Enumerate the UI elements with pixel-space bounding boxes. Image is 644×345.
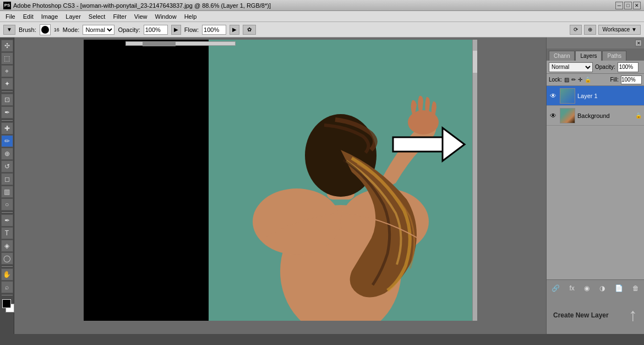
foreground-color[interactable] [2, 299, 11, 308]
canvas[interactable] [84, 40, 477, 321]
healing-tool[interactable]: ✚ [1, 122, 13, 134]
fill-input[interactable] [621, 76, 642, 84]
layer-mask-btn[interactable]: ◉ [584, 284, 590, 292]
opacity-arrow-btn[interactable]: ▶ [171, 25, 181, 35]
layers-panel: Normal Multiply Screen Opacity: Lock: ▨ … [547, 61, 644, 296]
tool-preset-btn[interactable]: ▼ [3, 25, 15, 35]
menu-window[interactable]: Window [152, 12, 180, 21]
dodge-tool[interactable]: ○ [1, 198, 13, 211]
layer1-visibility-toggle[interactable]: 👁 [549, 91, 558, 100]
canvas-black-left [84, 40, 209, 321]
title-bar: PS Adobe Photoshop CS3 - [woman-with-pon… [0, 0, 644, 11]
close-button[interactable]: ✕ [633, 2, 641, 9]
layer-item-layer1[interactable]: 👁 Layer 1 [547, 86, 644, 106]
zoom-tool[interactable]: ⌕ [1, 281, 13, 293]
tool-separator-4 [2, 266, 13, 267]
tab-paths[interactable]: Paths [602, 51, 626, 61]
mode-select[interactable]: Normal [83, 25, 114, 35]
crop-tool[interactable]: ⊡ [1, 94, 13, 106]
lock-image-icon[interactable]: ✏ [571, 77, 576, 83]
lasso-tool[interactable]: ⌖ [1, 65, 13, 77]
flow-input[interactable] [202, 25, 226, 35]
marquee-tool[interactable]: ⬚ [1, 52, 13, 64]
type-tool[interactable]: T [1, 227, 13, 239]
workspace-button[interactable]: Workspace ▼ [598, 25, 641, 35]
airbrush-btn[interactable]: ✿ [243, 25, 256, 35]
scroll-thumb[interactable] [473, 51, 477, 73]
layer-link-btn[interactable]: 🔗 [552, 284, 560, 292]
opacity-label: Opacity: [595, 64, 615, 70]
layer-adjustment-btn[interactable]: ◑ [599, 284, 605, 292]
magic-wand-tool[interactable]: ✦ [1, 78, 13, 90]
brush-preview[interactable] [40, 24, 51, 35]
hscroll-track[interactable] [125, 41, 236, 46]
lock-all-icon[interactable]: 🔒 [585, 77, 591, 83]
hand-tool[interactable]: ✋ [1, 268, 13, 281]
canvas-container [14, 37, 546, 323]
menu-image[interactable]: Image [38, 12, 62, 21]
hscroll-thumb[interactable] [143, 42, 176, 46]
layer-fx-btn[interactable]: fx [569, 284, 574, 292]
tab-layers[interactable]: Layers [575, 51, 602, 61]
shape-tool[interactable]: ◯ [1, 252, 13, 265]
layer-item-background[interactable]: 👁 Background 🔒 [547, 106, 644, 126]
canvas-rotate-btn[interactable]: ⟳ [570, 25, 582, 35]
brush-size-label: 16 [54, 27, 59, 33]
fill-label: Fill: [610, 77, 619, 83]
opacity-input[interactable] [144, 25, 168, 35]
lock-transparency-icon[interactable]: ▨ [564, 77, 569, 83]
minimize-button[interactable]: ─ [615, 2, 623, 9]
layers-list: 👁 Layer 1 👁 Background 🔒 [547, 86, 644, 279]
opacity-input[interactable] [618, 62, 638, 72]
layer1-name: Layer 1 [577, 93, 642, 99]
layers-lock-bar: Lock: ▨ ✏ ✛ 🔒 Fill: [547, 74, 644, 86]
menu-view[interactable]: View [131, 12, 151, 21]
create-arrow-icon: ↑ [629, 305, 637, 325]
background-layer-name: Background [577, 112, 633, 119]
svg-marker-8 [443, 128, 465, 161]
delete-layer-btn[interactable]: 🗑 [632, 284, 639, 292]
panels-area: ✕ Chann Layers Paths Normal Multiply Scr… [546, 37, 644, 334]
opacity-label: Opacity: [118, 26, 140, 33]
options-bar: ▼ Brush: 16 Mode: Normal Opacity: ▶ Flow… [0, 22, 644, 37]
clone-stamp-tool[interactable]: ⊕ [1, 148, 13, 160]
vertical-scrollbar[interactable] [472, 40, 477, 321]
menu-select[interactable]: Select [85, 12, 109, 21]
lock-label: Lock: [549, 77, 562, 83]
tool-separator-3 [2, 212, 13, 213]
flow-arrow-btn[interactable]: ▶ [230, 25, 239, 35]
eyedropper-tool[interactable]: ✒ [1, 106, 13, 118]
menu-bar: File Edit Image Layer Select Filter View… [0, 11, 644, 22]
brush-tool[interactable]: ✏ [1, 135, 13, 147]
panels-title-bar: ✕ [547, 37, 644, 48]
lock-position-icon[interactable]: ✛ [578, 77, 582, 83]
eraser-tool[interactable]: ◻ [1, 173, 13, 185]
panel-tabs: Chann Layers Paths [547, 48, 644, 61]
path-select-tool[interactable]: ◈ [1, 240, 13, 252]
gradient-tool[interactable]: ▥ [1, 186, 13, 198]
toolbar: ✣ ⬚ ⌖ ✦ ⊡ ✒ ✚ ✏ ⊕ ↺ ◻ ▥ ○ ✒ T ◈ ◯ ✋ ⌕ [0, 37, 14, 334]
move-tool[interactable]: ✣ [1, 40, 13, 52]
menu-edit[interactable]: Edit [20, 12, 37, 21]
layers-controls-top: Normal Multiply Screen Opacity: [547, 61, 644, 74]
pen-tool[interactable]: ✒ [1, 214, 13, 227]
photo-svg [209, 40, 473, 321]
blend-mode-select[interactable]: Normal Multiply Screen [549, 62, 593, 72]
tab-channels[interactable]: Chann [549, 51, 575, 61]
maximize-button[interactable]: □ [624, 2, 632, 9]
window-title: Adobe Photoshop CS3 - [woman-with-ponyta… [13, 2, 271, 9]
new-layer-btn[interactable]: 📄 [615, 284, 623, 292]
menu-filter[interactable]: Filter [110, 12, 129, 21]
brush-label: Brush: [19, 26, 36, 33]
menu-help[interactable]: Help [181, 12, 200, 21]
window-controls: ─ □ ✕ [615, 2, 641, 9]
menu-layer[interactable]: Layer [62, 12, 84, 21]
create-new-layer-label: Create New Layer [553, 311, 609, 319]
mode-label: Mode: [63, 26, 80, 33]
background-visibility-toggle[interactable]: 👁 [549, 111, 558, 120]
menu-file[interactable]: File [2, 12, 19, 21]
zoom-btn[interactable]: ⊕ [584, 25, 596, 35]
tool-separator-1 [2, 91, 13, 92]
panels-close-btn[interactable]: ✕ [635, 40, 642, 46]
history-brush-tool[interactable]: ↺ [1, 160, 13, 172]
